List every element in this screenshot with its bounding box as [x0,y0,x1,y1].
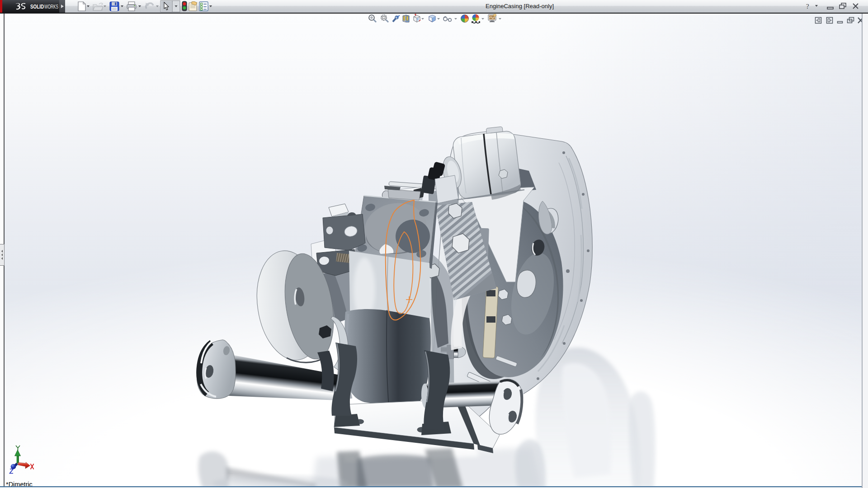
svg-text:?: ? [806,3,809,10]
